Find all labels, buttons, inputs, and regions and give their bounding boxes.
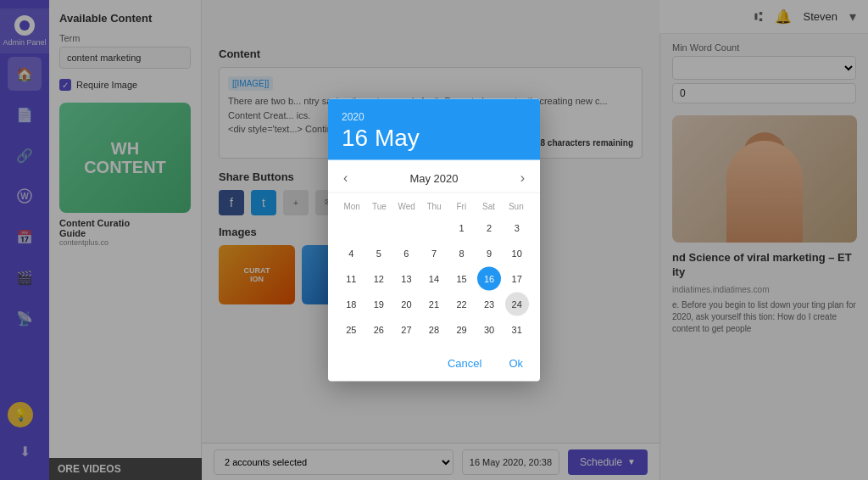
calendar-next-btn[interactable]: › [515,169,530,187]
cal-day-18[interactable]: 18 [339,293,363,316]
calendar-prev-btn[interactable]: ‹ [338,169,353,187]
cal-day-26[interactable]: 26 [367,318,391,342]
cal-day-1[interactable]: 1 [450,216,474,240]
calendar-ok-btn[interactable]: Ok [502,354,530,373]
cal-day-7[interactable]: 7 [422,242,446,265]
calendar-grid: Mon Tue Wed Thu Fri Sat Sun 1 2 3 4 5 6 … [328,193,540,349]
cal-day-24[interactable]: 24 [505,293,529,316]
calendar-actions: Cancel Ok [328,349,540,382]
cal-dayname-sat: Sat [475,200,502,213]
calendar-header: 2020 16 May [328,99,540,160]
cal-dayname-sun: Sun [503,200,530,213]
cal-day-9[interactable]: 9 [477,242,501,265]
cal-day-empty-2 [367,216,391,240]
cal-dayname-wed: Wed [393,200,420,213]
calendar-cancel-btn[interactable]: Cancel [441,354,488,373]
calendar-dialog: 2020 16 May ‹ May 2020 › Mon Tue Wed Thu… [328,99,540,382]
cal-dayname-tue: Tue [365,200,392,213]
cal-day-11[interactable]: 11 [339,267,363,291]
cal-day-31[interactable]: 31 [505,318,529,342]
cal-day-28[interactable]: 28 [422,318,446,342]
cal-day-16[interactable]: 16 [477,267,501,291]
cal-day-30[interactable]: 30 [477,318,501,342]
cal-dayname-thu: Thu [420,200,448,213]
cal-day-12[interactable]: 12 [367,267,391,291]
calendar-day-names: Mon Tue Wed Thu Fri Sat Sun [338,200,530,213]
cal-day-17[interactable]: 17 [505,267,529,291]
cal-day-14[interactable]: 14 [422,267,446,291]
cal-day-29[interactable]: 29 [450,318,474,342]
cal-day-23[interactable]: 23 [477,293,501,316]
cal-day-8[interactable]: 8 [450,242,474,265]
cal-day-25[interactable]: 25 [339,318,363,342]
cal-day-2[interactable]: 2 [477,216,501,240]
cal-day-15[interactable]: 15 [450,267,474,291]
calendar-month-label: May 2020 [409,171,458,184]
cal-day-22[interactable]: 22 [450,293,474,316]
calendar-nav: ‹ May 2020 › [328,160,540,193]
cal-day-27[interactable]: 27 [394,318,418,342]
cal-day-13[interactable]: 13 [394,267,418,291]
cal-day-5[interactable]: 5 [367,242,391,265]
calendar-year: 2020 [342,111,526,123]
cal-day-20[interactable]: 20 [394,293,418,316]
cal-dayname-fri: Fri [448,200,475,213]
cal-day-empty-4 [422,216,446,240]
calendar-days: 1 2 3 4 5 6 7 8 9 10 11 12 13 14 15 16 1… [338,216,530,342]
cal-day-19[interactable]: 19 [367,293,391,316]
cal-dayname-mon: Mon [338,200,365,213]
cal-day-empty-1 [339,216,363,240]
calendar-date-display: 16 May [342,125,526,152]
cal-day-10[interactable]: 10 [505,242,529,265]
cal-day-21[interactable]: 21 [422,293,446,316]
cal-day-4[interactable]: 4 [339,242,363,265]
cal-day-empty-3 [394,216,418,240]
cal-day-6[interactable]: 6 [394,242,418,265]
cal-day-3[interactable]: 3 [505,216,529,240]
